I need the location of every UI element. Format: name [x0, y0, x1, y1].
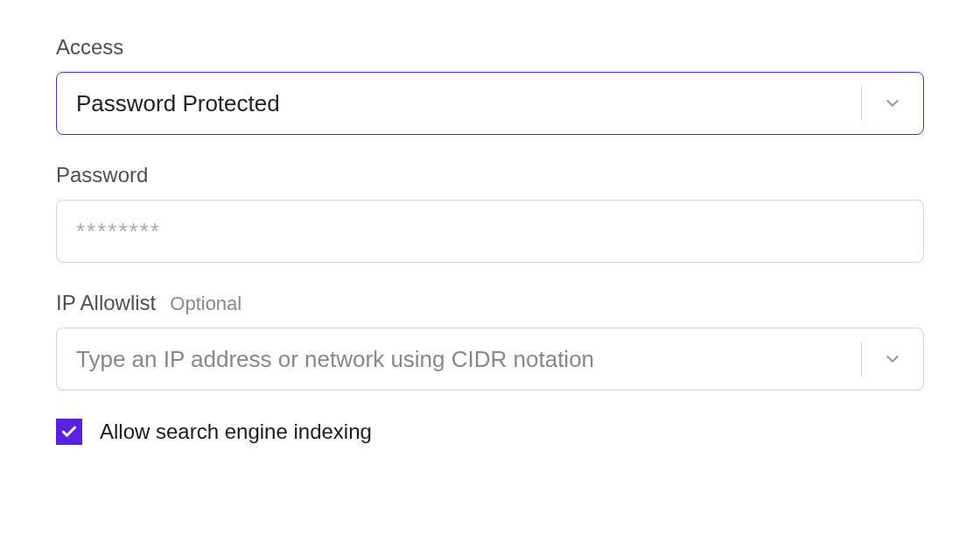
access-field: Access Password Protected	[56, 35, 924, 135]
ip-allowlist-label-row: IP Allowlist Optional	[56, 291, 924, 315]
access-select-value: Password Protected	[57, 90, 861, 117]
chevron-down-icon[interactable]	[862, 349, 923, 369]
ip-allowlist-label: IP Allowlist	[56, 291, 156, 315]
password-label: Password	[56, 163, 148, 187]
password-field: Password	[56, 163, 924, 263]
access-label: Access	[56, 35, 123, 60]
ip-allowlist-field: IP Allowlist Optional Type an IP address…	[56, 291, 924, 391]
indexing-checkbox-row: Allow search engine indexing	[56, 419, 924, 445]
access-select[interactable]: Password Protected	[56, 72, 924, 135]
indexing-label: Allow search engine indexing	[100, 420, 372, 444]
indexing-checkbox[interactable]	[56, 419, 82, 445]
password-label-row: Password	[56, 163, 924, 187]
ip-allowlist-select[interactable]: Type an IP address or network using CIDR…	[56, 328, 924, 391]
ip-allowlist-optional: Optional	[170, 293, 242, 315]
access-label-row: Access	[56, 35, 924, 60]
ip-allowlist-placeholder: Type an IP address or network using CIDR…	[57, 346, 861, 373]
password-input[interactable]	[56, 200, 924, 263]
chevron-down-icon[interactable]	[862, 94, 923, 113]
